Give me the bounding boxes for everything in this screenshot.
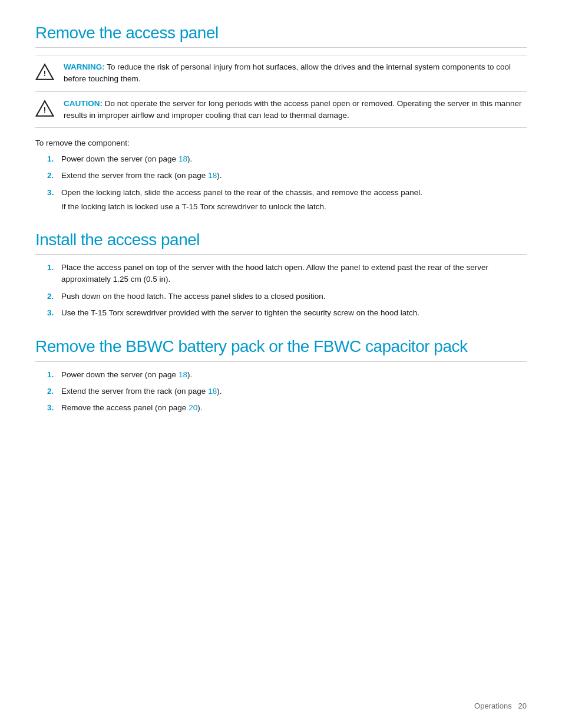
footer-page-num: 20 [518, 701, 527, 710]
page-footer: Operations 20 [474, 701, 527, 710]
step-item: 1. Place the access panel on top of the … [47, 262, 527, 286]
step-content: Remove the access panel (on page 20). [61, 402, 527, 414]
step-link-18b[interactable]: 18 [208, 171, 217, 180]
step-number: 3. [47, 307, 61, 319]
remove-bbwc-steps: 1. Power down the server (on page 18). 2… [47, 369, 527, 414]
step-number: 2. [47, 170, 61, 182]
step-content: Power down the server (on page 18). [61, 369, 527, 381]
section-divider-3 [35, 361, 527, 362]
warning-body: To reduce the risk of personal injury fr… [64, 62, 511, 83]
section-divider [35, 47, 527, 48]
step-item: 3. Remove the access panel (on page 20). [47, 402, 527, 414]
step-number: 1. [47, 369, 61, 381]
notices-wrapper: ! WARNING: To reduce the risk of persona… [35, 55, 527, 128]
step-number: 3. [47, 402, 61, 414]
step-content: Extend the server from the rack (on page… [61, 170, 527, 182]
warning-notice-text: WARNING: To reduce the risk of personal … [64, 61, 527, 85]
warning-icon: ! [35, 62, 54, 81]
step-item: 1. Power down the server (on page 18). [47, 153, 527, 165]
step-subtext: If the locking latch is locked use a T-1… [61, 201, 527, 213]
step-content: Push down on the hood latch. The access … [61, 291, 527, 302]
step-link-18c[interactable]: 18 [178, 370, 187, 379]
warning-notice: ! WARNING: To reduce the risk of persona… [35, 55, 527, 92]
section-install-access-panel: Install the access panel 1. Place the ac… [35, 230, 527, 319]
remove-access-steps: 1. Power down the server (on page 18). 2… [47, 153, 527, 213]
svg-text:!: ! [44, 106, 46, 114]
step-link-18d[interactable]: 18 [208, 387, 217, 396]
caution-icon: ! [35, 99, 54, 118]
step-item: 3. Use the T-15 Torx screwdriver provide… [47, 307, 527, 319]
step-content: Place the access panel on top of the ser… [61, 262, 527, 286]
step-link-20[interactable]: 20 [189, 403, 197, 412]
caution-body: Do not operate the server for long perio… [64, 99, 521, 120]
step-content: Extend the server from the rack (on page… [61, 386, 527, 397]
section-title-remove-access-panel: Remove the access panel [35, 24, 527, 42]
remove-access-intro: To remove the component: [35, 139, 527, 147]
svg-text:!: ! [44, 69, 46, 78]
caution-label: CAUTION: [64, 99, 103, 108]
warning-label: WARNING: [64, 62, 105, 71]
step-number: 1. [47, 262, 61, 286]
step-number: 1. [47, 153, 61, 165]
step-content: Open the locking latch, slide the access… [61, 187, 527, 213]
step-content: Power down the server (on page 18). [61, 153, 527, 165]
step-item: 2. Push down on the hood latch. The acce… [47, 291, 527, 302]
section-remove-access-panel: Remove the access panel ! WARNING: To re… [35, 24, 527, 213]
caution-notice-text: CAUTION: Do not operate the server for l… [64, 98, 527, 122]
section-divider-2 [35, 254, 527, 255]
section-title-remove-bbwc: Remove the BBWC battery pack or the FBWC… [35, 337, 527, 357]
step-item: 2. Extend the server from the rack (on p… [47, 386, 527, 397]
step-link-18a[interactable]: 18 [178, 154, 187, 163]
step-item: 2. Extend the server from the rack (on p… [47, 170, 527, 182]
step-item: 3. Open the locking latch, slide the acc… [47, 187, 527, 213]
step-item: 1. Power down the server (on page 18). [47, 369, 527, 381]
install-access-steps: 1. Place the access panel on top of the … [47, 262, 527, 319]
section-remove-bbwc: Remove the BBWC battery pack or the FBWC… [35, 337, 527, 414]
section-title-install-access-panel: Install the access panel [35, 230, 527, 249]
caution-notice: ! CAUTION: Do not operate the server for… [35, 92, 527, 129]
footer-label: Operations [474, 701, 512, 710]
step-number: 3. [47, 187, 61, 213]
step-number: 2. [47, 386, 61, 397]
step-content: Use the T-15 Torx screwdriver provided w… [61, 307, 527, 319]
step-number: 2. [47, 291, 61, 302]
